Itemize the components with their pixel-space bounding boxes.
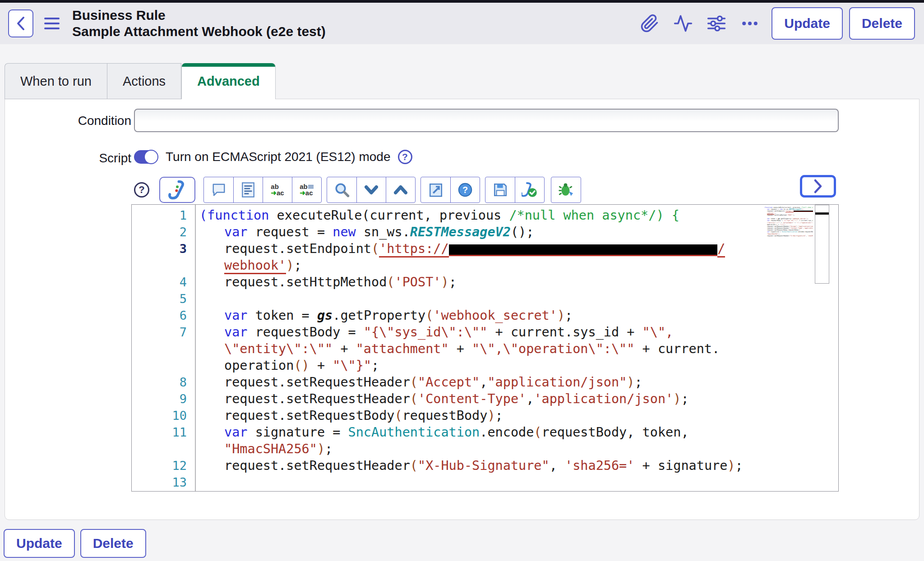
syntax-check-button[interactable]: [515, 177, 544, 202]
line-number: 7: [132, 324, 187, 340]
line-number: 10: [132, 407, 187, 424]
find-next-button[interactable]: [356, 177, 386, 202]
editor-edit-group: ab ➜ac ab ➜ac: [203, 177, 322, 203]
code-token: .encode: [480, 425, 534, 440]
personalize-form-button[interactable]: [705, 12, 728, 35]
code-token: request.setRequestHeader: [224, 458, 410, 473]
find-button[interactable]: [327, 177, 356, 202]
minimap-scroll-marker[interactable]: [815, 212, 829, 215]
code-row[interactable]: 5: [132, 290, 838, 307]
tab-actions[interactable]: Actions: [107, 63, 181, 99]
delete-button-header[interactable]: Delete: [849, 7, 915, 40]
replace-button[interactable]: ab ➜ac: [263, 177, 292, 202]
tab-advanced[interactable]: Advanced: [181, 63, 276, 99]
delete-button-footer[interactable]: Delete: [80, 529, 146, 558]
editor-toolbar-help-icon[interactable]: ?: [134, 182, 149, 198]
code-token: request =: [247, 225, 333, 239]
minimap-scroll-track[interactable]: [815, 205, 829, 284]
code-row[interactable]: \"entity\":\"" + "attachment" + "\",\"op…: [132, 340, 838, 357]
condition-input[interactable]: [134, 109, 839, 132]
code-token: ): [487, 408, 495, 423]
update-button-header[interactable]: Update: [772, 7, 843, 40]
find-previous-button[interactable]: [386, 177, 415, 202]
code-token: .getProperty: [333, 308, 425, 323]
code-token: (: [395, 408, 402, 423]
code-row[interactable]: "HmacSHA256");: [132, 441, 838, 457]
code-row[interactable]: webhook');: [132, 257, 838, 274]
toggle-comment-button[interactable]: [204, 177, 233, 202]
code-minimap[interactable]: (function executeRule(current, previous …: [763, 207, 813, 245]
code-token: 'application/json': [804, 227, 813, 229]
code-token: requestBody, token,: [805, 231, 813, 233]
code-token: (: [294, 358, 301, 373]
code-row[interactable]: 6var token = gs.getProperty('webhook_sec…: [132, 307, 838, 324]
code-token: request.setEndpoint: [224, 241, 371, 256]
code-row[interactable]: 3request.setEndpoint('https:///: [132, 240, 838, 257]
bug-icon: [558, 182, 574, 198]
update-button-footer[interactable]: Update: [4, 529, 75, 558]
code-token: "application/json": [487, 375, 627, 390]
code-token: requestBody =: [247, 325, 363, 340]
more-options-button[interactable]: [738, 12, 762, 35]
code-token: function: [207, 208, 269, 223]
ecmascript-mode-toggle[interactable]: [134, 150, 157, 164]
code-token: (: [362, 208, 370, 223]
code-token: var: [224, 325, 247, 340]
syntax-highlight-button[interactable]: [159, 177, 195, 203]
code-token: 'application/json': [534, 391, 673, 406]
code-token: ): [302, 358, 310, 373]
code-row[interactable]: 8request.setRequestHeader("Accept","appl…: [132, 374, 838, 391]
code-row[interactable]: 1(function executeRule(current, previous…: [132, 207, 838, 224]
ecmascript-mode-label: Turn on ECMAScript 2021 (ES12) mode: [166, 150, 391, 164]
chevron-right-icon: [813, 179, 823, 194]
code-token: new: [333, 225, 356, 239]
code-token: 'Content-Type': [418, 391, 526, 406]
chevron-down-icon: [365, 185, 378, 195]
code-row[interactable]: 13: [132, 474, 838, 491]
code-row[interactable]: 9request.setRequestHeader('Content-Type'…: [132, 391, 838, 407]
code-token: ;: [634, 375, 642, 390]
script-label: Script: [46, 151, 131, 166]
activity-pulse-icon: [673, 14, 693, 33]
editor-debug-group: [551, 177, 581, 203]
code-token: token =: [247, 308, 317, 323]
tab-when-to-run[interactable]: When to run: [5, 63, 107, 99]
code-token: request.setRequestHeader: [224, 375, 410, 390]
code-token: var: [224, 308, 247, 323]
minimap-row: request.setEndpoint('https:///: [763, 210, 813, 212]
line-number: 3: [132, 240, 187, 257]
context-menu-icon[interactable]: [44, 18, 60, 29]
line-number: 4: [132, 274, 187, 290]
ecmascript-help-icon[interactable]: ?: [398, 150, 412, 164]
script-code-editor[interactable]: 1(function executeRule(current, previous…: [131, 204, 839, 492]
code-row[interactable]: 4request.setHttpMethod('POST');: [132, 274, 838, 290]
code-row[interactable]: 7var requestBody = "{\"sys_id\":\"" + cu…: [132, 324, 838, 340]
line-number: 6: [132, 307, 187, 324]
code-token: RESTMessageV2: [410, 225, 511, 239]
ellipsis-icon: [740, 14, 760, 33]
back-button[interactable]: [8, 9, 33, 37]
code-row[interactable]: 10request.setRequestBody(requestBody);: [132, 407, 838, 424]
minimap-row: [763, 237, 813, 239]
attachment-button[interactable]: [638, 12, 661, 35]
editor-help-button[interactable]: ?: [450, 177, 480, 202]
code-row[interactable]: 11var signature = SncAuthentication.enco…: [132, 424, 838, 441]
code-token: + current.sys_id +: [487, 325, 642, 340]
toggle-knob: [144, 150, 158, 164]
code-token: 'https://: [785, 210, 794, 212]
activity-stream-button[interactable]: [671, 12, 695, 35]
format-code-button[interactable]: [233, 177, 263, 202]
debug-button[interactable]: [551, 177, 581, 202]
code-row[interactable]: operation() + "\"}";: [132, 357, 838, 374]
expand-editor-button[interactable]: [800, 175, 836, 198]
code-token: ): [627, 375, 634, 390]
save-script-button[interactable]: [485, 177, 515, 202]
open-in-new-window-button[interactable]: [421, 177, 450, 202]
code-token: (: [199, 208, 207, 223]
editor-save-group: [485, 177, 545, 203]
code-row[interactable]: 2var request = new sn_ws.RESTMessageV2()…: [132, 224, 838, 240]
code-area[interactable]: 1(function executeRule(current, previous…: [132, 207, 838, 491]
code-row[interactable]: 12request.setRequestHeader("X-Hub-Signat…: [132, 457, 838, 474]
code-token: "\",\"operation\":\"": [472, 341, 634, 356]
replace-all-button[interactable]: ab ➜ac: [292, 177, 321, 202]
